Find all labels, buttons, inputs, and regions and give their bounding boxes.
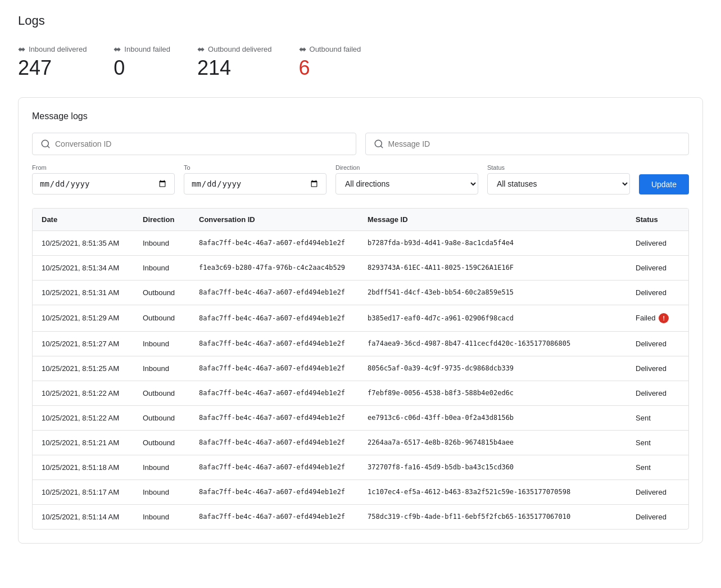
status-cell: Sent <box>627 405 688 430</box>
table-cell: 10/25/2021, 8:51:29 AM <box>33 305 134 331</box>
search-icon-2 <box>374 139 384 149</box>
message-logs-table: DateDirectionConversation IDMessage IDSt… <box>32 208 689 530</box>
table-cell: 10/25/2021, 8:51:35 AM <box>33 230 134 255</box>
status-cell: Delivered <box>627 331 688 356</box>
table-cell: 10/25/2021, 8:51:14 AM <box>33 504 134 529</box>
table-row[interactable]: 10/25/2021, 8:51:31 AMOutbound8afac7ff-b… <box>33 280 688 305</box>
table-cell: 8afac7ff-be4c-46a7-a607-efd494eb1e2f <box>190 480 359 504</box>
table-cell: f7ebf89e-0056-4538-b8f3-588b4e02ed6c <box>359 381 627 405</box>
table-cell: Outbound <box>134 405 190 430</box>
table-cell: 8afac7ff-be4c-46a7-a607-efd494eb1e2f <box>190 356 359 381</box>
direction-select[interactable]: All directionsInboundOutbound <box>335 173 478 195</box>
table-cell: 8afac7ff-be4c-46a7-a607-efd494eb1e2f <box>190 280 359 305</box>
stat-value: 6 <box>299 57 361 79</box>
table-cell: 10/25/2021, 8:51:25 AM <box>33 356 134 381</box>
table-row[interactable]: 10/25/2021, 8:51:18 AMInbound8afac7ff-be… <box>33 455 688 480</box>
table-cell: 8afac7ff-be4c-46a7-a607-efd494eb1e2f <box>190 381 359 405</box>
stat-label: ⬌ Outbound failed <box>299 44 361 55</box>
card-title: Message logs <box>32 111 689 121</box>
table-cell: 8293743A-61EC-4A11-8025-159C26A1E16F <box>359 255 627 280</box>
stat-value: 214 <box>197 57 271 79</box>
table-cell: 10/25/2021, 8:51:17 AM <box>33 480 134 504</box>
table-cell: 8afac7ff-be4c-46a7-a607-efd494eb1e2f <box>190 504 359 529</box>
status-cell: Delivered <box>627 255 688 280</box>
table-cell: 10/25/2021, 8:51:34 AM <box>33 255 134 280</box>
stat-outbound-delivered: ⬌ Outbound delivered 214 <box>197 44 271 79</box>
table-row[interactable]: 10/25/2021, 8:51:17 AMInbound8afac7ff-be… <box>33 480 688 504</box>
table-column-header: Date <box>33 209 134 231</box>
status-label: Status <box>487 164 630 171</box>
status-filter-group: Status All statusesDeliveredFailedSent <box>487 164 630 195</box>
status-cell: Delivered <box>627 356 688 381</box>
stat-label-text: Inbound failed <box>124 45 170 53</box>
page-title: Logs <box>18 13 703 28</box>
table-cell: Inbound <box>134 255 190 280</box>
table-header: DateDirectionConversation IDMessage IDSt… <box>33 209 688 231</box>
table-cell: 10/25/2021, 8:51:31 AM <box>33 280 134 305</box>
table-row[interactable]: 10/25/2021, 8:51:34 AMInboundf1ea3c69-b2… <box>33 255 688 280</box>
update-button[interactable]: Update <box>639 174 689 195</box>
stat-outbound-failed: ⬌ Outbound failed 6 <box>299 44 361 79</box>
direction-filter-group: Direction All directionsInboundOutbound <box>335 164 478 195</box>
table-cell: Inbound <box>134 230 190 255</box>
failed-icon: ! <box>659 313 669 323</box>
svg-line-3 <box>380 146 382 147</box>
table-row[interactable]: 10/25/2021, 8:51:25 AMInbound8afac7ff-be… <box>33 356 688 381</box>
stat-value: 0 <box>114 57 170 79</box>
conversation-id-input[interactable] <box>55 139 348 148</box>
table-row[interactable]: 10/25/2021, 8:51:22 AMOutbound8afac7ff-b… <box>33 381 688 405</box>
status-select[interactable]: All statusesDeliveredFailedSent <box>487 173 630 195</box>
table-cell: fa74aea9-36cd-4987-8b47-411cecfd420c-163… <box>359 331 627 356</box>
stat-value: 247 <box>18 57 87 79</box>
message-logs-card: Message logs From <box>18 97 703 544</box>
table-row[interactable]: 10/25/2021, 8:51:35 AMInbound8afac7ff-be… <box>33 230 688 255</box>
from-label: From <box>32 164 175 171</box>
table-cell: 2264aa7a-6517-4e8b-826b-9674815b4aee <box>359 430 627 455</box>
stat-inbound-failed: ⬌ Inbound failed 0 <box>114 44 170 79</box>
message-id-input[interactable] <box>388 139 681 148</box>
message-search-box <box>365 133 690 155</box>
table-cell: 8afac7ff-be4c-46a7-a607-efd494eb1e2f <box>190 405 359 430</box>
table-cell: Outbound <box>134 381 190 405</box>
table-cell: f1ea3c69-b280-47fa-976b-c4c2aac4b529 <box>190 255 359 280</box>
status-cell: Delivered <box>627 280 688 305</box>
table-cell: b7287fda-b93d-4d41-9a8e-8ac1cda5f4e4 <box>359 230 627 255</box>
table-row[interactable]: 10/25/2021, 8:51:22 AMOutbound8afac7ff-b… <box>33 405 688 430</box>
table-cell: 10/25/2021, 8:51:18 AM <box>33 455 134 480</box>
table-body: 10/25/2021, 8:51:35 AMInbound8afac7ff-be… <box>33 230 688 529</box>
table-cell: Outbound <box>134 430 190 455</box>
table-cell: Inbound <box>134 504 190 529</box>
table-cell: 8afac7ff-be4c-46a7-a607-efd494eb1e2f <box>190 430 359 455</box>
svg-line-1 <box>47 146 49 147</box>
stats-row: ⬌ Inbound delivered 247 ⬌ Inbound failed… <box>18 44 703 79</box>
conversation-search-box <box>32 133 356 155</box>
stat-label: ⬌ Inbound failed <box>114 44 170 55</box>
table-cell: 2bdff541-d4cf-43eb-bb54-60c2a859e515 <box>359 280 627 305</box>
table-row[interactable]: 10/25/2021, 8:51:27 AMInbound8afac7ff-be… <box>33 331 688 356</box>
table-cell: 10/25/2021, 8:51:22 AM <box>33 381 134 405</box>
table-cell: 1c107ec4-ef5a-4612-b463-83a2f521c59e-163… <box>359 480 627 504</box>
table-cell: b385ed17-eaf0-4d7c-a961-02906f98cacd <box>359 305 627 331</box>
table-cell: 758dc319-cf9b-4ade-bf11-6ebf5f2fcb65-163… <box>359 504 627 529</box>
table-column-header: Conversation ID <box>190 209 359 231</box>
table-column-header: Status <box>627 209 688 231</box>
stat-arrow-icon: ⬌ <box>299 44 306 55</box>
table-cell: Inbound <box>134 455 190 480</box>
table-row[interactable]: 10/25/2021, 8:51:29 AMOutbound8afac7ff-b… <box>33 305 688 331</box>
table-cell: ee7913c6-c06d-43ff-b0ea-0f2a43d8156b <box>359 405 627 430</box>
status-cell: Delivered <box>627 230 688 255</box>
table-column-header: Message ID <box>359 209 627 231</box>
status-text: Failed <box>636 314 655 322</box>
stat-inbound-delivered: ⬌ Inbound delivered 247 <box>18 44 87 79</box>
to-date-input[interactable] <box>184 173 327 195</box>
table-row[interactable]: 10/25/2021, 8:51:21 AMOutbound8afac7ff-b… <box>33 430 688 455</box>
table-column-header: Direction <box>134 209 190 231</box>
to-filter-group: To <box>184 164 327 195</box>
table-cell: 8afac7ff-be4c-46a7-a607-efd494eb1e2f <box>190 230 359 255</box>
status-cell: Delivered <box>627 381 688 405</box>
stat-label: ⬌ Inbound delivered <box>18 44 87 55</box>
table-row[interactable]: 10/25/2021, 8:51:14 AMInbound8afac7ff-be… <box>33 504 688 529</box>
from-date-input[interactable] <box>32 173 175 195</box>
status-cell: Sent <box>627 455 688 480</box>
search-row <box>32 133 689 155</box>
